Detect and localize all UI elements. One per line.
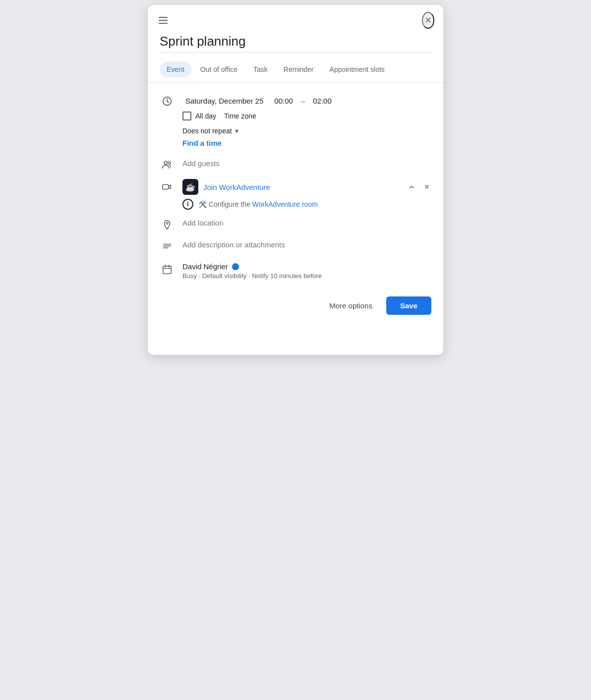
- date-time-row: Saturday, December 25 00:00 – 02:00: [182, 95, 431, 107]
- save-button[interactable]: Save: [386, 296, 431, 315]
- title-section: [148, 29, 443, 57]
- more-options-button[interactable]: More options: [321, 297, 380, 314]
- remove-video-button[interactable]: ×: [422, 180, 431, 194]
- description-content: [182, 240, 431, 249]
- repeat-label: Does not repeat: [182, 127, 232, 135]
- calendar-row: David Négrier Busy · Default visibility …: [148, 257, 443, 285]
- datetime-row: Saturday, December 25 00:00 – 02:00 All …: [148, 90, 443, 153]
- tab-out-of-office[interactable]: Out of office: [193, 61, 244, 77]
- find-time-button[interactable]: Find a time: [182, 138, 431, 148]
- allday-timezone-row: All day Time zone: [182, 111, 431, 121]
- allday-checkbox-wrapper[interactable]: All day: [182, 112, 216, 120]
- form-body: Saturday, December 25 00:00 – 02:00 All …: [148, 88, 443, 287]
- guests-icon: [160, 158, 175, 170]
- event-title-input[interactable]: [160, 34, 431, 53]
- calendar-icon: [160, 262, 175, 275]
- calendar-content: David Négrier Busy · Default visibility …: [182, 262, 431, 280]
- divider: [148, 82, 443, 83]
- location-content: [182, 219, 431, 227]
- info-icon: i: [182, 199, 193, 210]
- calendar-color-dot: [232, 263, 239, 270]
- svg-point-1: [164, 161, 167, 164]
- svg-point-2: [168, 162, 171, 164]
- location-icon: [160, 219, 175, 231]
- workadventure-main: ☕ Join WorkAdventure: [182, 179, 270, 195]
- configure-text: 🛠️ Configure the WorkAdventure room: [198, 200, 318, 208]
- svg-rect-5: [163, 266, 172, 274]
- tabs-bar: Event Out of office Task Reminder Appoin…: [148, 57, 443, 77]
- workadventure-title[interactable]: Join WorkAdventure: [203, 183, 270, 191]
- allday-checkbox[interactable]: [182, 112, 191, 120]
- guests-row: [148, 153, 443, 175]
- location-input[interactable]: [182, 219, 431, 227]
- event-dialog: × Event Out of office Task Reminder Appo…: [148, 5, 443, 355]
- svg-point-4: [166, 223, 168, 225]
- allday-label: All day: [195, 112, 216, 120]
- video-section: ☕ Join WorkAdventure ×: [148, 175, 443, 214]
- start-time-button[interactable]: 00:00: [271, 95, 296, 107]
- workadventure-logo: ☕: [182, 179, 198, 195]
- description-row: [148, 235, 443, 257]
- timezone-button[interactable]: Time zone: [222, 111, 258, 121]
- time-dash: –: [301, 97, 305, 105]
- tab-appointment-slots[interactable]: Appointment slots: [323, 61, 392, 77]
- clock-icon: [160, 95, 175, 107]
- configure-link[interactable]: WorkAdventure room: [252, 200, 318, 208]
- repeat-dropdown-arrow: ▾: [235, 127, 238, 135]
- tab-reminder[interactable]: Reminder: [277, 61, 321, 77]
- video-icon: [160, 181, 175, 192]
- close-button[interactable]: ×: [422, 12, 434, 29]
- calendar-owner-name: David Négrier: [182, 262, 228, 271]
- description-icon: [160, 240, 175, 252]
- date-button[interactable]: Saturday, December 25: [182, 95, 266, 107]
- video-header-row: ☕ Join WorkAdventure ×: [182, 179, 431, 195]
- svg-rect-3: [163, 184, 169, 189]
- hamburger-icon[interactable]: [157, 15, 170, 26]
- video-actions: ×: [405, 180, 431, 194]
- description-input[interactable]: [182, 240, 431, 249]
- video-content: ☕ Join WorkAdventure ×: [182, 179, 431, 195]
- calendar-meta: Busy · Default visibility · Notify 10 mi…: [182, 272, 431, 280]
- datetime-content: Saturday, December 25 00:00 – 02:00 All …: [182, 95, 431, 148]
- dialog-header: ×: [148, 5, 443, 29]
- configure-row: i 🛠️ Configure the WorkAdventure room: [160, 199, 431, 210]
- video-main-row: ☕ Join WorkAdventure ×: [160, 179, 431, 195]
- repeat-row[interactable]: Does not repeat ▾: [182, 126, 431, 136]
- calendar-name-row: David Négrier: [182, 262, 431, 271]
- location-row: [148, 214, 443, 235]
- end-time-button[interactable]: 02:00: [310, 95, 335, 107]
- collapse-video-button[interactable]: [405, 180, 418, 193]
- dialog-footer: More options Save: [148, 289, 443, 323]
- tab-event[interactable]: Event: [160, 61, 191, 77]
- tab-task[interactable]: Task: [246, 61, 275, 77]
- guests-input[interactable]: [182, 158, 431, 169]
- guests-content: [182, 158, 431, 169]
